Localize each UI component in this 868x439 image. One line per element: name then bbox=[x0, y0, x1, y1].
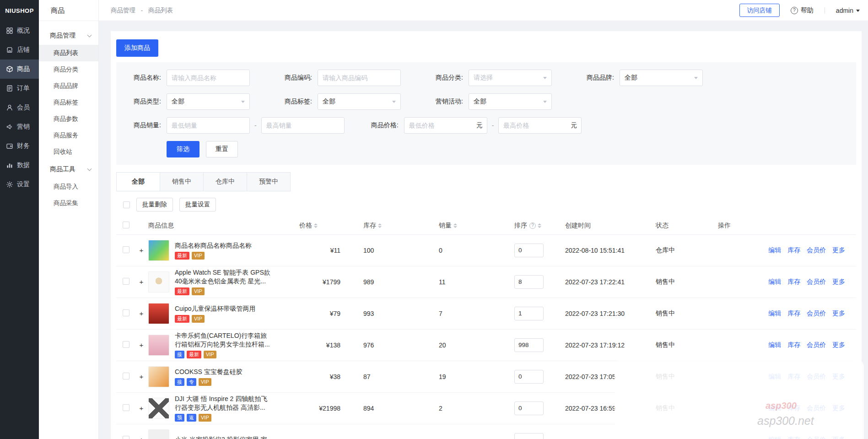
table-row: + 卡帝乐鳄鱼(CARTELO)行李箱旅 行箱铝框万向轮男女学生拉杆箱... 接… bbox=[116, 329, 856, 361]
edit-link[interactable]: 编辑 bbox=[768, 309, 781, 317]
sort-toggle-price[interactable] bbox=[314, 223, 318, 228]
filter-submit-button[interactable]: 筛选 bbox=[167, 141, 199, 157]
sort-input[interactable] bbox=[514, 307, 544, 320]
row-checkbox[interactable] bbox=[123, 436, 129, 439]
select-all-checkbox[interactable] bbox=[123, 201, 130, 208]
tab-in-warehouse[interactable]: 仓库中 bbox=[203, 172, 247, 191]
row-checkbox[interactable] bbox=[123, 278, 129, 285]
category-select[interactable]: 请选择 bbox=[469, 70, 552, 86]
submenu-item-goods-label[interactable]: 商品标签 bbox=[39, 94, 98, 111]
sort-input[interactable] bbox=[514, 244, 544, 257]
row-checkbox[interactable] bbox=[123, 373, 129, 379]
sidebar-item-finance[interactable]: 财务 bbox=[0, 136, 39, 156]
stock-link[interactable]: 库存 bbox=[787, 278, 800, 285]
sort-input[interactable] bbox=[514, 433, 544, 439]
filter-label-tag: 商品标签: bbox=[267, 98, 318, 106]
sort-input[interactable] bbox=[514, 275, 544, 289]
submenu-item-goods-category[interactable]: 商品分类 bbox=[39, 61, 98, 78]
edit-link[interactable]: 编辑 bbox=[768, 341, 781, 348]
tab-warning[interactable]: 预警中 bbox=[247, 172, 291, 191]
sidebar-item-marketing[interactable]: 营销 bbox=[0, 117, 39, 136]
member-price-link[interactable]: 会员价 bbox=[807, 309, 826, 317]
filter-reset-button[interactable]: 重置 bbox=[206, 141, 238, 157]
select-all-checkbox[interactable] bbox=[123, 222, 129, 228]
stock-link[interactable]: 库存 bbox=[787, 341, 800, 348]
row-checkbox[interactable] bbox=[123, 341, 129, 348]
submenu-item-recycle-bin[interactable]: 回收站 bbox=[39, 144, 98, 160]
submenu-item-goods-service[interactable]: 商品服务 bbox=[39, 127, 98, 144]
row-expand-button[interactable]: + bbox=[140, 341, 144, 349]
bulk-settings-button[interactable]: 批量设置 bbox=[179, 198, 216, 211]
sidebar-item-shop[interactable]: 店铺 bbox=[0, 40, 39, 60]
sidebar-item-orders[interactable]: 订单 bbox=[0, 79, 39, 98]
stock-link[interactable]: 库存 bbox=[787, 246, 800, 254]
submenu-group-label: 商品管理 bbox=[50, 32, 75, 40]
brand-select[interactable]: 全部 bbox=[620, 70, 703, 86]
bulk-delete-button[interactable]: 批量删除 bbox=[136, 198, 173, 211]
min-price-input[interactable] bbox=[404, 117, 487, 134]
sidebar-item-goods[interactable]: 商品 bbox=[0, 60, 39, 79]
row-expand-button[interactable]: + bbox=[140, 404, 144, 412]
tab-all[interactable]: 全部 bbox=[116, 172, 160, 191]
submenu-group-goods-manage[interactable]: 商品管理 bbox=[39, 27, 98, 45]
more-link[interactable]: 更多 bbox=[832, 309, 845, 317]
sort-input[interactable] bbox=[514, 370, 544, 384]
min-sales-input[interactable] bbox=[167, 117, 250, 134]
sidebar-item-label: 订单 bbox=[17, 84, 30, 92]
member-price-link[interactable]: 会员价 bbox=[807, 278, 826, 285]
row-expand-button[interactable]: + bbox=[140, 246, 144, 254]
tab-selling[interactable]: 销售中 bbox=[160, 172, 204, 191]
sort-toggle-sales[interactable] bbox=[453, 223, 457, 228]
sort-input[interactable] bbox=[514, 401, 544, 415]
product-name-input[interactable] bbox=[167, 70, 250, 86]
product-code-input[interactable] bbox=[318, 70, 401, 86]
member-price-link[interactable]: 会员价 bbox=[807, 246, 826, 254]
help-button[interactable]: ? 帮助 bbox=[791, 6, 814, 15]
table-row: + Cuipo儿童保温杯带吸管两用 最新VIP ¥79 993 7 2022-0… bbox=[116, 298, 856, 329]
type-select[interactable]: 全部 bbox=[167, 93, 250, 110]
more-link[interactable]: 更多 bbox=[832, 341, 845, 348]
sort-input[interactable] bbox=[514, 338, 544, 352]
add-product-button[interactable]: 添加商品 bbox=[116, 39, 158, 57]
max-sales-input[interactable] bbox=[261, 117, 345, 134]
edit-link[interactable]: 编辑 bbox=[768, 246, 781, 254]
topbar: 商品管理 - 商品列表 访问店铺 ? 帮助 admin bbox=[99, 0, 868, 21]
edit-link[interactable]: 编辑 bbox=[768, 278, 781, 285]
sidebar-item-settings[interactable]: 设置 bbox=[0, 175, 39, 194]
submenu-item-goods-import[interactable]: 商品导入 bbox=[39, 179, 98, 195]
product-tags: 最新VIP bbox=[175, 287, 270, 295]
row-checkbox[interactable] bbox=[123, 404, 129, 411]
row-expand-button[interactable]: + bbox=[140, 309, 144, 317]
more-link[interactable]: 更多 bbox=[832, 246, 845, 254]
submenu-item-goods-list[interactable]: 商品列表 bbox=[39, 45, 98, 61]
row-checkbox[interactable] bbox=[123, 246, 129, 253]
row-expand-button[interactable]: + bbox=[140, 436, 144, 439]
header-price: 价格 bbox=[299, 222, 312, 230]
select-value: 全部 bbox=[625, 74, 637, 82]
row-expand-button[interactable]: + bbox=[140, 278, 144, 286]
submenu-item-goods-brand[interactable]: 商品品牌 bbox=[39, 78, 98, 94]
sidebar-item-overview[interactable]: 概况 bbox=[0, 21, 39, 40]
user-menu[interactable]: admin bbox=[836, 7, 860, 14]
visit-shop-button[interactable]: 访问店铺 bbox=[739, 4, 780, 17]
sort-toggle-stock[interactable] bbox=[378, 223, 382, 228]
header-info: 商品信息 bbox=[148, 217, 299, 234]
sidebar-item-members[interactable]: 会员 bbox=[0, 98, 39, 117]
submenu-group-goods-tools[interactable]: 商品工具 bbox=[39, 160, 98, 179]
max-price-input[interactable] bbox=[498, 117, 582, 134]
member-price-link[interactable]: 会员价 bbox=[807, 341, 826, 348]
status-text: 仓库中 bbox=[640, 234, 718, 266]
sort-toggle-sort[interactable] bbox=[538, 223, 541, 228]
more-link[interactable]: 更多 bbox=[832, 278, 845, 285]
row-expand-button[interactable]: + bbox=[140, 373, 144, 380]
tab-label: 预警中 bbox=[259, 178, 278, 186]
submenu-item-goods-params[interactable]: 商品参数 bbox=[39, 111, 98, 127]
tag-select[interactable]: 全部 bbox=[318, 93, 401, 110]
breadcrumb-item: 商品管理 bbox=[111, 7, 135, 14]
sidebar-item-data[interactable]: 数据 bbox=[0, 156, 39, 175]
submenu-group-label: 商品工具 bbox=[50, 165, 75, 173]
activity-select[interactable]: 全部 bbox=[469, 93, 552, 110]
stock-link[interactable]: 库存 bbox=[787, 309, 800, 317]
row-checkbox[interactable] bbox=[123, 309, 129, 316]
submenu-item-goods-collect[interactable]: 商品采集 bbox=[39, 195, 98, 211]
